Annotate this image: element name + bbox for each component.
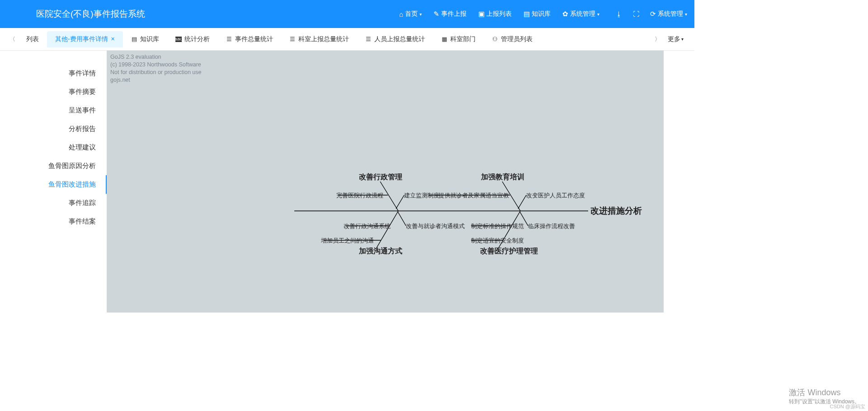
- close-icon[interactable]: ✕: [111, 36, 115, 42]
- scroll-left-icon[interactable]: 〈: [6, 35, 18, 43]
- nav-label: 事件上报: [441, 10, 467, 18]
- book-icon: ▤: [524, 10, 530, 18]
- nav-fishbone-cause[interactable]: 鱼骨图原因分析: [0, 157, 107, 175]
- nav-submit[interactable]: 呈送事件: [0, 101, 107, 120]
- nav-report[interactable]: ✎ 事件上报: [434, 10, 467, 18]
- branch-train: 加强教育培训: [481, 173, 524, 182]
- nav-label: 系统管理: [570, 10, 595, 18]
- nav-home[interactable]: ⌂ 首页 ▾: [399, 10, 422, 18]
- svg-line-3: [396, 195, 404, 209]
- nav-label: 系统管理: [658, 10, 683, 18]
- top-nav: ⌂ 首页 ▾ ✎ 事件上报 ▣ 上报列表 ▤ 知识库 ✿ 系统管理 ▾ ⭳ ⛶ …: [145, 10, 687, 18]
- leaf: 提供就诊者及家属适当宣教: [439, 191, 509, 200]
- chevron-down-icon: ▾: [685, 12, 687, 17]
- branch-admin: 改善行政管理: [359, 173, 402, 182]
- chevron-down-icon: ▾: [597, 12, 599, 17]
- tab-admin[interactable]: ⚇管理员列表: [484, 31, 541, 47]
- nav-fishbone-improve[interactable]: 鱼骨图改进措施: [0, 175, 107, 194]
- tabs: 列表 其他-费用事件详情✕ ▤知识库 MK统计分析 ☰事件总量统计 ☰科室上报总…: [18, 31, 651, 47]
- refresh-icon: ⟳: [650, 10, 656, 18]
- leaf: 完善医院行政流程: [336, 191, 383, 200]
- app-title: 医院安全(不良)事件报告系统: [36, 8, 145, 20]
- leaf: 增加员工之间的沟通: [321, 237, 374, 245]
- page-content: 事件详情 事件摘要 呈送事件 分析报告 处理建议 鱼骨图原因分析 鱼骨图改进措施…: [0, 51, 694, 411]
- list-icon: ☰: [289, 36, 296, 42]
- nav-advice[interactable]: 处理建议: [0, 138, 107, 157]
- header-tools: ⭳ ⛶ ⟳ 系统管理 ▾: [616, 10, 687, 18]
- svg-line-6: [518, 195, 526, 209]
- tab-bar: 〈 列表 其他-费用事件详情✕ ▤知识库 MK统计分析 ☰事件总量统计 ☰科室上…: [0, 28, 694, 51]
- nav-track[interactable]: 事件追踪: [0, 194, 107, 212]
- nav-label: 首页: [405, 10, 418, 18]
- svg-line-10: [398, 212, 406, 226]
- tabs-more[interactable]: 更多▾: [663, 35, 688, 43]
- nav-event-summary[interactable]: 事件摘要: [0, 83, 107, 101]
- branch-medical: 改善医疗护理管理: [480, 247, 538, 256]
- download-icon[interactable]: ⭳: [616, 10, 622, 18]
- diagram-canvas[interactable]: GoJS 2.3 evaluation (c) 1998-2023 Northw…: [107, 51, 664, 313]
- tab-total[interactable]: ☰事件总量统计: [218, 31, 281, 47]
- tab-list[interactable]: 列表: [18, 31, 47, 47]
- scroll-right-icon[interactable]: 〉: [651, 35, 663, 43]
- nav-list[interactable]: ▣ 上报列表: [478, 10, 512, 18]
- nav-sys[interactable]: ✿ 系统管理 ▾: [562, 10, 599, 18]
- nav-sys2[interactable]: ⟳ 系统管理 ▾: [650, 10, 687, 18]
- gear-icon: ✿: [562, 10, 568, 18]
- tab-staff-total[interactable]: ☰人员上报总量统计: [357, 31, 433, 47]
- nav-analysis[interactable]: 分析报告: [0, 120, 107, 138]
- fullscreen-icon[interactable]: ⛶: [633, 10, 639, 18]
- dept-icon: ▦: [441, 36, 448, 42]
- leaf: 制定标准的操作规范: [471, 222, 524, 230]
- branch-comm: 加强沟通方式: [359, 247, 402, 256]
- tab-dept-total[interactable]: ☰科室上报总量统计: [281, 31, 357, 47]
- tab-dept[interactable]: ▦科室部门: [433, 31, 484, 47]
- user-icon: ⚇: [492, 36, 498, 42]
- side-nav: 事件详情 事件摘要 呈送事件 分析报告 处理建议 鱼骨图原因分析 鱼骨图改进措施…: [0, 51, 107, 411]
- chevron-down-icon: ▾: [681, 37, 684, 42]
- home-icon: ⌂: [399, 10, 403, 18]
- fishbone-head: 改进措施分析: [590, 205, 642, 217]
- chevron-down-icon: ▾: [420, 12, 422, 17]
- leaf: 建立监测制度: [404, 191, 439, 200]
- canvas-watermark: GoJS 2.3 evaluation (c) 1998-2023 Northw…: [110, 53, 202, 84]
- book-icon: ▤: [131, 36, 137, 42]
- mark-icon: MK: [175, 37, 182, 42]
- leaf: 临床操作流程改善: [528, 222, 575, 230]
- nav-close[interactable]: 事件结案: [0, 212, 107, 231]
- nav-kb[interactable]: ▤ 知识库: [524, 10, 551, 18]
- edit-icon: ✎: [434, 10, 439, 18]
- app-header: 医院安全(不良)事件报告系统 ⌂ 首页 ▾ ✎ 事件上报 ▣ 上报列表 ▤ 知识…: [0, 0, 694, 28]
- tab-stat[interactable]: MK统计分析: [167, 31, 218, 47]
- grid-icon: ▣: [478, 10, 485, 18]
- nav-event-detail[interactable]: 事件详情: [0, 64, 107, 83]
- leaf: 改善与就诊者沟通模式: [406, 222, 465, 230]
- nav-label: 知识库: [532, 10, 551, 18]
- nav-label: 上报列表: [486, 10, 512, 18]
- leaf: 改变医护人员工作态度: [526, 191, 585, 200]
- tab-kb[interactable]: ▤知识库: [123, 31, 167, 47]
- leaf: 制定适宜的安全制度: [471, 237, 524, 245]
- list-icon: ☰: [365, 36, 372, 42]
- list-icon: ☰: [226, 36, 232, 42]
- fishbone-diagram: 改进措施分析 改善行政管理 完善医院行政流程 建立监测制度 加强教育培训 提供就…: [220, 173, 636, 281]
- leaf: 改善行政沟通系统: [344, 222, 391, 230]
- tab-event-detail[interactable]: 其他-费用事件详情✕: [47, 31, 123, 47]
- canvas-container: GoJS 2.3 evaluation (c) 1998-2023 Northw…: [107, 51, 694, 411]
